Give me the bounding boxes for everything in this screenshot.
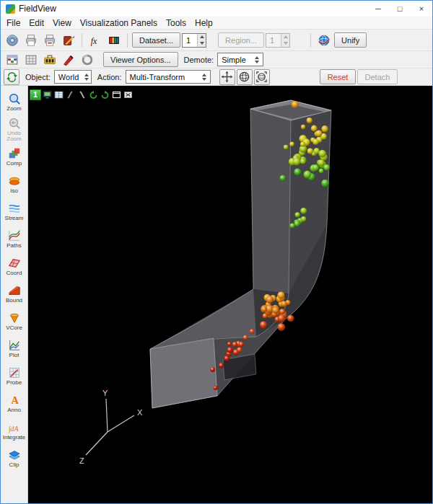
rotate-ccw-icon-button[interactable]	[88, 89, 99, 100]
ring-icon-button[interactable]	[79, 51, 96, 68]
paths-icon	[8, 229, 21, 242]
scene-3d: Y X Z	[28, 86, 432, 503]
detach-button[interactable]: Detach	[357, 69, 398, 84]
tool-bound[interactable]: Bound	[1, 280, 27, 307]
new-window-icon-button[interactable]	[111, 89, 122, 100]
menu-file[interactable]: File	[2, 17, 25, 30]
anno-icon: A	[8, 394, 21, 407]
viewer-options-button[interactable]: Viewer Options...	[103, 52, 178, 67]
close-box-icon	[123, 90, 133, 100]
tool-stream[interactable]: Stream	[1, 198, 27, 225]
toolbar-secondary: Viewer Options... Demote: Simple	[1, 51, 432, 68]
dataset-spinner-up[interactable]	[198, 34, 206, 40]
axis-y-label: Y	[102, 389, 108, 397]
region-spinner-up[interactable]	[281, 34, 289, 40]
print-image-icon-button[interactable]	[41, 32, 58, 49]
tool-vcore[interactable]: VCore	[1, 307, 27, 335]
axis-triad: Y X Z	[79, 389, 143, 465]
color-table-icon-button[interactable]	[4, 51, 21, 68]
globe-box-icon	[255, 71, 268, 83]
undo-zoom-icon	[8, 117, 21, 130]
dataset-spinner-down[interactable]	[198, 40, 206, 47]
world-transform-button[interactable]	[254, 69, 270, 85]
tool-anno[interactable]: A Anno	[1, 389, 27, 417]
unify-button[interactable]: Unify	[334, 32, 367, 48]
globe-icon-button[interactable]	[315, 32, 333, 49]
tool-label: VCore	[6, 325, 22, 331]
region-button[interactable]: Region...	[218, 32, 264, 48]
axis-z-label: Z	[79, 456, 84, 465]
sync-viewer-button[interactable]	[4, 69, 19, 85]
menu-edit[interactable]: Edit	[25, 17, 48, 30]
tool-paths[interactable]: Paths	[1, 225, 27, 252]
tool-plot[interactable]: Plot	[1, 335, 27, 362]
svg-text:∫dA: ∫dA	[8, 424, 19, 433]
menu-view[interactable]: View	[48, 17, 76, 30]
tool-coord[interactable]: Coord	[1, 252, 27, 280]
tool-comp[interactable]: Comp	[1, 143, 27, 170]
toolbox-icon-button[interactable]	[41, 51, 58, 68]
tool-integrate[interactable]: ∫dA Integrate	[1, 417, 27, 444]
plot-icon	[8, 339, 21, 352]
action-select[interactable]: Multi-Transform	[126, 70, 211, 84]
formula-icon-button[interactable]: fx	[87, 32, 104, 49]
annotate-export-icon-button[interactable]	[60, 32, 77, 49]
reset-button[interactable]: Reset	[320, 69, 356, 84]
print-icon-button[interactable]	[22, 32, 40, 49]
iso-icon	[8, 174, 21, 187]
tool-label: Probe	[6, 380, 22, 386]
up-arrow-icon	[255, 56, 259, 59]
tool-label: Clip	[9, 462, 19, 468]
dataset-button[interactable]: Dataset...	[132, 32, 180, 48]
object-select[interactable]: World	[54, 70, 92, 84]
tool-label: Iso	[10, 188, 18, 194]
tool-clip[interactable]: Clip	[1, 444, 27, 472]
close-button[interactable]: ×	[411, 1, 432, 17]
toolbar-main: fx Dataset... 1 Region... 1	[1, 30, 432, 51]
up-arrow-icon	[284, 35, 288, 38]
menu-visualization-panels[interactable]: Visualization Panels	[76, 17, 162, 30]
red-notebook-pencil-icon	[61, 33, 76, 48]
clip-icon	[8, 448, 21, 461]
rotate-tool-button[interactable]	[237, 69, 253, 85]
separator	[310, 33, 311, 48]
titlebar: FieldView ─ □ ×	[1, 1, 432, 17]
maximize-button[interactable]: □	[389, 1, 411, 17]
printer-icon	[24, 33, 38, 48]
rotate-cw-icon-button[interactable]	[100, 89, 110, 100]
sweep-right-icon	[76, 89, 87, 100]
tool-label: Stream	[5, 216, 24, 221]
region-spinner[interactable]: 1	[266, 33, 290, 48]
open-dataset-icon-button[interactable]	[4, 32, 21, 49]
minimize-button[interactable]: ─	[367, 1, 389, 17]
cutting-tool-icon-button[interactable]	[60, 51, 77, 68]
probe-icon	[8, 366, 21, 379]
tool-undo-zoom[interactable]: Undo Zoom	[1, 115, 27, 143]
tool-zoom[interactable]: Zoom	[1, 88, 27, 115]
separator	[127, 33, 128, 48]
demote-select[interactable]: Simple	[217, 53, 263, 66]
render-icon-button[interactable]	[42, 89, 53, 100]
tool-iso[interactable]: Iso	[1, 170, 27, 198]
close-view-icon-button[interactable]	[123, 89, 134, 100]
grid-view-icon-button[interactable]	[53, 89, 64, 100]
grid-icon	[54, 90, 64, 100]
region-spinner-down[interactable]	[281, 40, 289, 47]
menu-help[interactable]: Help	[191, 17, 217, 30]
app-icon	[6, 4, 15, 14]
viewport-3d[interactable]: Y X Z 1	[28, 86, 432, 503]
up-arrow-icon	[200, 35, 204, 38]
ring-icon	[80, 53, 95, 67]
sync-icon	[6, 71, 18, 83]
viewport-tab-1[interactable]: 1	[30, 89, 41, 100]
printer-color-icon	[43, 33, 57, 48]
dataset-spinner[interactable]: 1	[182, 33, 206, 48]
menu-tools[interactable]: Tools	[162, 17, 191, 30]
tool-probe[interactable]: Probe	[1, 362, 27, 389]
window-title: FieldView	[19, 4, 367, 14]
grid-calculator-icon-button[interactable]	[22, 51, 40, 68]
demote-value: Simple	[222, 56, 246, 64]
translate-tool-button[interactable]	[219, 69, 235, 85]
colormap-icon-button[interactable]	[105, 32, 123, 49]
stream-icon	[8, 202, 21, 215]
